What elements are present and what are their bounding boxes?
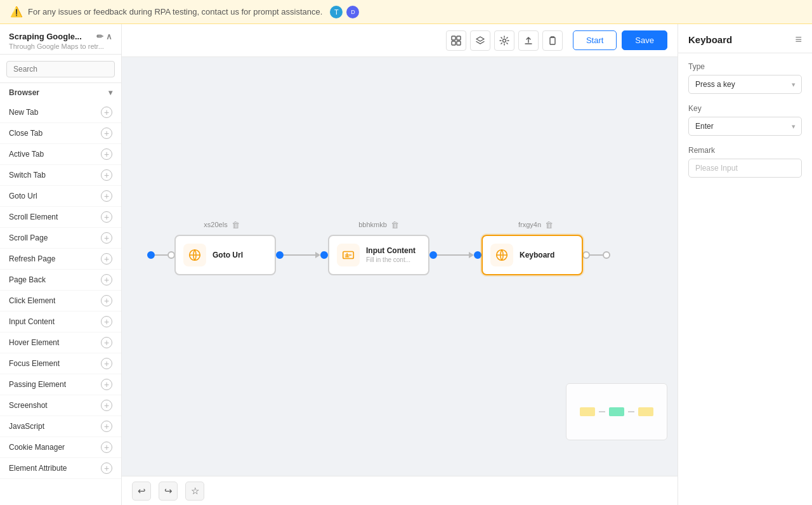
sidebar-item-label: Input Content — [9, 317, 55, 326]
sidebar-item[interactable]: Close Tab+ — [0, 123, 121, 144]
top-toolbar: Start Save — [122, 24, 678, 57]
add-item-icon[interactable]: + — [101, 295, 112, 306]
undo-button[interactable]: ↩ — [132, 482, 151, 501]
collapse-sidebar-icon[interactable]: ∧ — [106, 32, 112, 41]
browser-section-label: Browser — [9, 88, 39, 97]
flow-start-dot — [147, 251, 155, 259]
flow-container: xs20els 🗑 Goto Url — [147, 220, 610, 275]
sidebar-item[interactable]: JavaScript+ — [0, 416, 121, 437]
sidebar-item[interactable]: Click Element+ — [0, 291, 121, 312]
flow-start — [147, 251, 155, 259]
edit-project-icon[interactable]: ✏ — [96, 32, 103, 41]
node-2-box-row: Input Content Fill in the cont... — [328, 235, 429, 275]
add-item-icon[interactable]: + — [101, 128, 112, 139]
clipboard-button[interactable] — [542, 30, 563, 51]
add-item-icon[interactable]: + — [101, 274, 112, 285]
node-3-box[interactable]: Keyboard — [481, 235, 583, 275]
sidebar-item-label: Element Attribute — [9, 464, 67, 473]
sidebar-item[interactable]: New Tab+ — [0, 102, 121, 123]
sidebar-item-label: Screenshot — [9, 401, 48, 410]
main-layout: Scraping Google... ✏ ∧ Through Google Ma… — [0, 24, 812, 505]
add-item-icon[interactable]: + — [101, 400, 112, 411]
flow-end-line — [590, 254, 603, 256]
node-2-id-row: bbhkmkb 🗑 — [358, 220, 399, 230]
type-select[interactable]: Press a key Type text Key combination — [688, 75, 802, 94]
toolbar-icons — [446, 30, 563, 51]
save-button[interactable]: Save — [622, 30, 667, 50]
flow-node-input-content[interactable]: bbhkmkb 🗑 Input Content Fill in the cont… — [328, 220, 429, 275]
add-item-icon[interactable]: + — [101, 211, 112, 223]
add-item-icon[interactable]: + — [101, 462, 112, 474]
sidebar-item[interactable]: Focus Element+ — [0, 353, 121, 374]
type-field-group: Type Press a key Type text Key combinati… — [688, 62, 802, 94]
add-item-icon[interactable]: + — [101, 190, 112, 202]
conn-1-2-left — [276, 251, 284, 259]
node-1-box[interactable]: Goto Url — [174, 235, 276, 275]
flow-node-goto-url[interactable]: xs20els 🗑 Goto Url — [167, 220, 276, 275]
sidebar-item[interactable]: Scroll Page+ — [0, 228, 121, 249]
project-name-text: Scraping Google... — [9, 32, 82, 41]
node-1-delete-icon[interactable]: 🗑 — [232, 220, 240, 230]
sidebar-item[interactable]: Goto Url+ — [0, 186, 121, 207]
sidebar-item-label: Refresh Page — [9, 254, 55, 263]
right-panel-title: Keyboard — [688, 34, 732, 45]
node-3-delete-icon[interactable]: 🗑 — [545, 220, 553, 230]
sidebar-items-list: New Tab+Close Tab+Active Tab+Switch Tab+… — [0, 102, 121, 505]
discord-icon[interactable]: D — [346, 6, 359, 18]
add-item-icon[interactable]: + — [101, 337, 112, 348]
sidebar-item[interactable]: Scroll Element+ — [0, 207, 121, 228]
flow-canvas[interactable]: xs20els 🗑 Goto Url — [122, 57, 678, 476]
sidebar-item[interactable]: Hover Element+ — [0, 332, 121, 353]
node-1-id: xs20els — [204, 221, 227, 228]
add-item-icon[interactable]: + — [101, 107, 112, 118]
sidebar-item[interactable]: Active Tab+ — [0, 144, 121, 165]
sidebar-item[interactable]: Cookie Manager+ — [0, 437, 121, 458]
conn-1-2-right — [320, 251, 328, 259]
redo-button[interactable]: ↪ — [159, 482, 178, 501]
add-item-icon[interactable]: + — [101, 316, 112, 327]
sidebar-item[interactable]: Switch Tab+ — [0, 165, 121, 186]
sidebar-item[interactable]: Element Attribute+ — [0, 458, 121, 479]
add-item-icon[interactable]: + — [101, 169, 112, 181]
add-item-icon[interactable]: + — [101, 358, 112, 369]
connector-1-2 — [276, 251, 328, 259]
node-2-title: Input Content — [366, 246, 421, 255]
node-2-box[interactable]: Input Content Fill in the cont... — [328, 235, 429, 275]
sidebar-item[interactable]: Refresh Page+ — [0, 249, 121, 270]
banner-icons: T D — [330, 6, 359, 18]
canvas-area: Start Save xs20els 🗑 — [122, 24, 678, 505]
sidebar-item[interactable]: Passing Element+ — [0, 374, 121, 395]
layers-button[interactable] — [470, 30, 490, 51]
sidebar-item-label: Switch Tab — [9, 171, 46, 180]
upload-button[interactable] — [518, 30, 539, 51]
star-button[interactable]: ☆ — [185, 482, 204, 501]
browser-section-header[interactable]: Browser ▾ — [0, 83, 121, 102]
telegram-icon[interactable]: T — [330, 6, 343, 18]
add-item-icon[interactable]: + — [101, 253, 112, 265]
svg-rect-0 — [452, 36, 455, 40]
add-item-icon[interactable]: + — [101, 379, 112, 390]
minimap-line-2 — [628, 411, 634, 412]
grid-view-button[interactable] — [446, 30, 466, 51]
right-panel-menu-icon[interactable]: ≡ — [795, 33, 802, 46]
add-item-icon[interactable]: + — [101, 232, 112, 244]
sidebar-item-label: Active Tab — [9, 150, 44, 159]
sidebar-item[interactable]: Screenshot+ — [0, 395, 121, 416]
key-field-group: Key Enter Tab Escape Space Backspace Del… — [688, 104, 802, 136]
settings-button[interactable] — [494, 30, 514, 51]
add-item-icon[interactable]: + — [101, 421, 112, 432]
connector-2-3 — [429, 251, 481, 259]
sidebar-item-label: Goto Url — [9, 192, 37, 200]
search-input[interactable] — [6, 61, 115, 77]
start-button[interactable]: Start — [573, 30, 617, 50]
key-select[interactable]: Enter Tab Escape Space Backspace Delete — [688, 117, 802, 136]
add-item-icon[interactable]: + — [101, 148, 112, 160]
remark-field-group: Remark — [688, 146, 802, 178]
node-2-delete-icon[interactable]: 🗑 — [391, 220, 399, 230]
sidebar-item[interactable]: Page Back+ — [0, 270, 121, 291]
type-field-label: Type — [688, 62, 802, 71]
sidebar-item[interactable]: Input Content+ — [0, 312, 121, 332]
flow-node-keyboard[interactable]: frxgy4n 🗑 Keyboard — [481, 220, 590, 275]
add-item-icon[interactable]: + — [101, 442, 112, 453]
remark-input[interactable] — [688, 159, 802, 178]
